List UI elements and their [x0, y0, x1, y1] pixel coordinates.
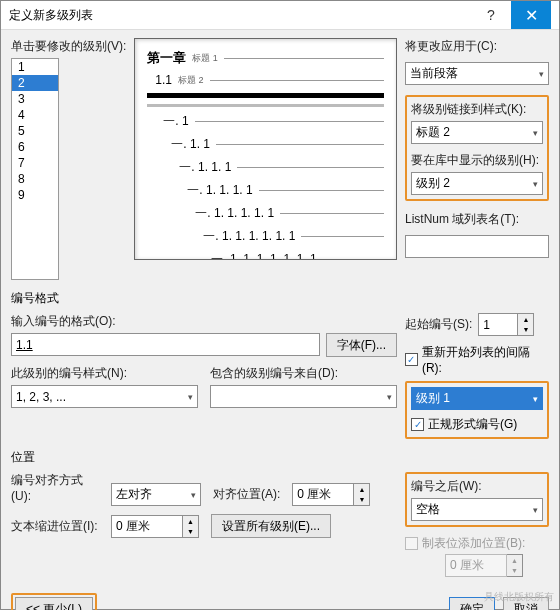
- apply-to-select[interactable]: 当前段落▾: [405, 62, 549, 85]
- spin-up-icon[interactable]: ▲: [518, 314, 533, 325]
- number-format-label: 输入编号的格式(O):: [11, 313, 397, 330]
- spin-down-icon[interactable]: ▼: [518, 325, 533, 336]
- link-style-label: 将级别链接到样式(K):: [411, 101, 543, 118]
- level-item: 7: [12, 155, 58, 171]
- number-format-section: 编号格式: [11, 290, 549, 307]
- start-at-label: 起始编号(S):: [405, 316, 472, 333]
- link-style-select[interactable]: 标题 2▾: [411, 121, 543, 144]
- number-style-label: 此级别的编号样式(N):: [11, 365, 198, 382]
- level-item: 2: [12, 75, 58, 91]
- number-format-input[interactable]: 1.1: [11, 333, 320, 356]
- indent-input[interactable]: 0 厘米▲▼: [111, 515, 199, 538]
- follow-number-label: 编号之后(W):: [411, 478, 543, 495]
- level-item: 5: [12, 123, 58, 139]
- include-level-select[interactable]: ▾: [210, 385, 397, 408]
- less-button[interactable]: << 更少(L): [15, 597, 93, 610]
- chevron-down-icon: ▾: [191, 490, 196, 500]
- number-style-select[interactable]: 1, 2, 3, ...▾: [11, 385, 198, 408]
- chevron-down-icon: ▾: [533, 505, 538, 515]
- listnum-label: ListNum 域列表名(T):: [405, 211, 549, 228]
- level-listbox[interactable]: 1 2 3 4 5 6 7 8 9: [11, 58, 59, 280]
- indent-label: 文本缩进位置(I):: [11, 518, 99, 535]
- include-level-label: 包含的级别编号来自(D):: [210, 365, 397, 382]
- close-button[interactable]: ✕: [511, 1, 551, 29]
- follow-number-select[interactable]: 空格▾: [411, 498, 543, 521]
- chevron-down-icon: ▾: [533, 394, 538, 404]
- gallery-level-select[interactable]: 级别 2▾: [411, 172, 543, 195]
- level-item: 9: [12, 187, 58, 203]
- chevron-down-icon: ▾: [387, 392, 392, 402]
- level-item: 8: [12, 171, 58, 187]
- chevron-down-icon: ▾: [533, 179, 538, 189]
- apply-to-label: 将更改应用于(C):: [405, 38, 549, 55]
- level-item: 6: [12, 139, 58, 155]
- tab-stop-checkbox[interactable]: 制表位添加位置(B):: [405, 535, 549, 552]
- tab-stop-input: 0 厘米▲▼: [445, 554, 549, 577]
- help-button[interactable]: ?: [471, 1, 511, 29]
- level-item: 3: [12, 91, 58, 107]
- level-list-label: 单击要修改的级别(V):: [11, 38, 126, 55]
- legal-format-checkbox[interactable]: ✓正规形式编号(G): [411, 416, 543, 433]
- set-all-levels-button[interactable]: 设置所有级别(E)...: [211, 514, 331, 538]
- chevron-down-icon: ▾: [188, 392, 193, 402]
- listnum-input[interactable]: [405, 235, 549, 258]
- preview-pane: 第一章标题 1 1.1标题 2 一. 1 一. 1. 1 一. 1. 1. 1 …: [134, 38, 397, 260]
- start-at-input[interactable]: 1 ▲▼: [478, 313, 534, 336]
- position-section: 位置: [11, 449, 549, 466]
- level-item: 4: [12, 107, 58, 123]
- align-select[interactable]: 左对齐▾: [111, 483, 201, 506]
- align-at-input[interactable]: 0 厘米▲▼: [292, 483, 370, 506]
- dialog-title: 定义新多级列表: [9, 7, 471, 24]
- restart-level-select[interactable]: 级别 1▾: [411, 387, 543, 410]
- chevron-down-icon: ▾: [533, 128, 538, 138]
- chevron-down-icon: ▾: [539, 69, 544, 79]
- align-label: 编号对齐方式(U):: [11, 472, 99, 503]
- restart-checkbox[interactable]: ✓重新开始列表的间隔(R):: [405, 344, 549, 375]
- gallery-level-label: 要在库中显示的级别(H):: [411, 152, 543, 169]
- font-button[interactable]: 字体(F)...: [326, 333, 397, 357]
- level-item: 1: [12, 59, 58, 75]
- align-at-label: 对齐位置(A):: [213, 486, 280, 503]
- watermark: 具线北版权所有: [484, 590, 554, 604]
